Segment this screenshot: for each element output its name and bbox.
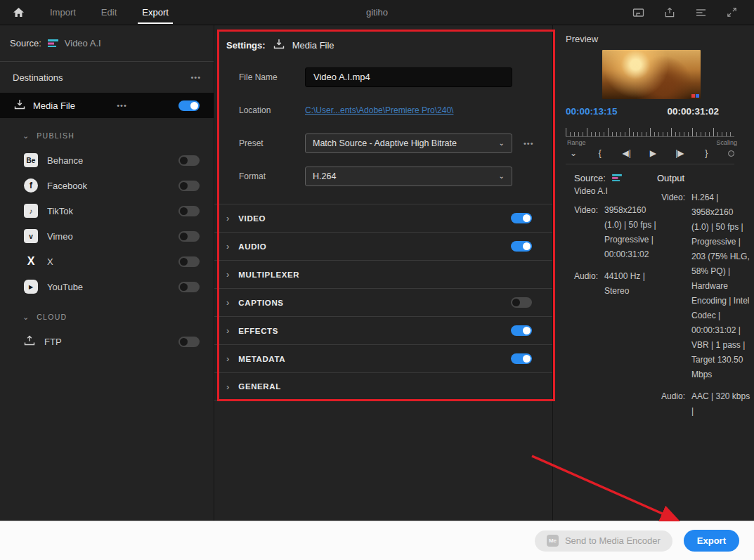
sidebar-item-vimeo[interactable]: v Vimeo [0, 223, 214, 249]
format-dropdown[interactable]: H.264 ⌄ [305, 167, 512, 186]
home-icon[interactable] [13, 7, 25, 18]
current-timecode[interactable]: 00:00:13:15 [566, 106, 618, 117]
chevron-right-icon: › [226, 354, 229, 363]
location-row: Location C:\User...ents\Adobe\Premiere P… [239, 93, 552, 126]
section-audio-label: AUDIO [238, 242, 266, 251]
output-label: Output [657, 173, 754, 183]
x-toggle[interactable] [178, 256, 200, 267]
chevron-right-icon: › [226, 270, 229, 279]
file-name-input[interactable]: Video A.I.mp4 [305, 67, 512, 87]
fullscreen-icon[interactable] [727, 7, 737, 18]
source-video-label: Video: [566, 203, 598, 262]
source-audio-info: Audio: 44100 Hz | Stereo [566, 269, 657, 299]
source-audio-label: Audio: [566, 269, 598, 299]
facebook-toggle[interactable] [178, 181, 200, 191]
source-value: Video A.I [65, 38, 101, 48]
source-selector[interactable]: Source: Video A.I [0, 25, 214, 62]
preset-label: Preset [239, 138, 305, 148]
youtube-toggle[interactable] [178, 282, 200, 292]
sequence-icon [612, 173, 622, 183]
chevron-right-icon: › [226, 298, 229, 307]
top-bar: Import Edit Export gitiho [0, 0, 754, 25]
output-video-info: Video: H.264 | 3958x2160 (1.0) | 50 fps … [657, 190, 754, 382]
tiktok-label: TikTok [47, 206, 73, 216]
chevron-right-icon: › [226, 214, 229, 223]
section-general[interactable]: › GENERAL [214, 372, 552, 401]
media-encoder-icon: Me [547, 535, 559, 547]
location-link[interactable]: C:\User...ents\Adobe\Premiere Pro\240\ [305, 105, 552, 115]
behance-icon: Be [24, 153, 38, 167]
chevron-down-icon: ⌄ [499, 172, 505, 180]
section-general-label: GENERAL [238, 382, 280, 391]
chevron-right-icon: › [226, 242, 229, 251]
section-captions-label: CAPTIONS [238, 299, 283, 307]
quick-export-icon[interactable] [632, 7, 644, 18]
tab-import[interactable]: Import [50, 0, 76, 25]
section-audio[interactable]: › AUDIO [214, 232, 552, 260]
media-file-more-icon[interactable]: ••• [117, 101, 127, 110]
metadata-toggle[interactable] [511, 353, 532, 364]
sidebar-item-youtube[interactable]: ▶ YouTube [0, 274, 214, 299]
workspaces-icon[interactable] [695, 7, 707, 18]
section-video-label: VIDEO [238, 214, 266, 223]
captions-toggle[interactable] [511, 297, 532, 308]
set-in-point-icon[interactable]: { [595, 148, 605, 158]
output-audio-value: AAC | 320 kbps | [691, 389, 750, 419]
play-icon[interactable]: ▶ [648, 148, 658, 158]
ftp-upload-icon [24, 335, 35, 349]
preset-row: Preset Match Source - Adaptive High Bitr… [239, 126, 552, 159]
tab-export[interactable]: Export [142, 0, 169, 25]
range-dropdown-icon[interactable]: ⌄ [568, 148, 578, 158]
video-toggle[interactable] [511, 213, 532, 223]
preset-value: Match Source - Adaptive High Bitrate [313, 138, 457, 148]
range-label: Range [567, 139, 586, 146]
vimeo-toggle[interactable] [178, 231, 200, 242]
sidebar-item-facebook[interactable]: f Facebook [0, 173, 214, 198]
facebook-icon: f [24, 178, 38, 193]
tab-edit[interactable]: Edit [101, 0, 117, 25]
share-icon[interactable] [664, 7, 675, 18]
youtube-icon: ▶ [24, 280, 38, 294]
media-file-toggle[interactable] [178, 100, 200, 111]
section-effects[interactable]: › EFFECTS [214, 316, 552, 344]
timecode-row: 00:00:13:15 00:00:31:02 [566, 106, 754, 117]
premiere-export-window: Import Edit Export gitiho Source: [0, 0, 754, 560]
behance-toggle[interactable] [178, 155, 200, 166]
tiktok-toggle[interactable] [178, 206, 200, 216]
duration-timecode: 00:00:31:02 [667, 106, 719, 117]
sidebar-item-x[interactable]: X X [0, 249, 214, 274]
sidebar-item-ftp[interactable]: FTP [0, 329, 214, 354]
preset-dropdown[interactable]: Match Source - Adaptive High Bitrate ⌄ [305, 134, 512, 153]
publish-section-header[interactable]: ⌄ PUBLISH [0, 124, 214, 148]
export-button[interactable]: Export [684, 530, 739, 552]
output-summary-column: Output Video: H.264 | 3958x2160 (1.0) | … [657, 173, 754, 419]
chevron-down-icon: ⌄ [22, 132, 29, 140]
zoom-handle-icon[interactable] [728, 150, 734, 157]
sidebar-item-behance[interactable]: Be Behance [0, 148, 214, 173]
step-forward-icon[interactable]: |▶ [675, 148, 684, 158]
sidebar-item-tiktok[interactable]: ♪ TikTok [0, 198, 214, 223]
preview-timeline-ruler[interactable] [566, 123, 734, 137]
settings-target-label: Media File [292, 40, 334, 51]
section-multiplexer[interactable]: › MULTIPLEXER [214, 260, 552, 288]
destination-media-file[interactable]: Media File ••• [0, 93, 214, 118]
section-video[interactable]: › VIDEO [214, 204, 552, 232]
section-metadata[interactable]: › METADATA [214, 344, 552, 372]
effects-toggle[interactable] [511, 325, 532, 336]
destinations-more-icon[interactable]: ••• [190, 73, 201, 82]
send-to-media-encoder-button[interactable]: Me Send to Media Encoder [535, 530, 672, 552]
cloud-section-header[interactable]: ⌄ CLOUD [0, 305, 214, 329]
preview-label: Preview [566, 34, 754, 44]
output-audio-label: Audio: [657, 389, 685, 419]
format-label: Format [239, 171, 305, 181]
scaling-label: Scaling [716, 139, 737, 146]
set-out-point-icon[interactable]: } [701, 148, 711, 158]
ftp-toggle[interactable] [178, 337, 200, 347]
step-back-icon[interactable]: ◀| [622, 148, 632, 158]
media-file-icon [14, 99, 25, 112]
audio-toggle[interactable] [511, 241, 532, 252]
preset-more-icon[interactable]: ••• [524, 139, 534, 148]
section-captions[interactable]: › CAPTIONS [214, 288, 552, 316]
send-to-media-encoder-label: Send to Media Encoder [565, 535, 661, 546]
format-row: Format H.264 ⌄ [239, 159, 552, 193]
